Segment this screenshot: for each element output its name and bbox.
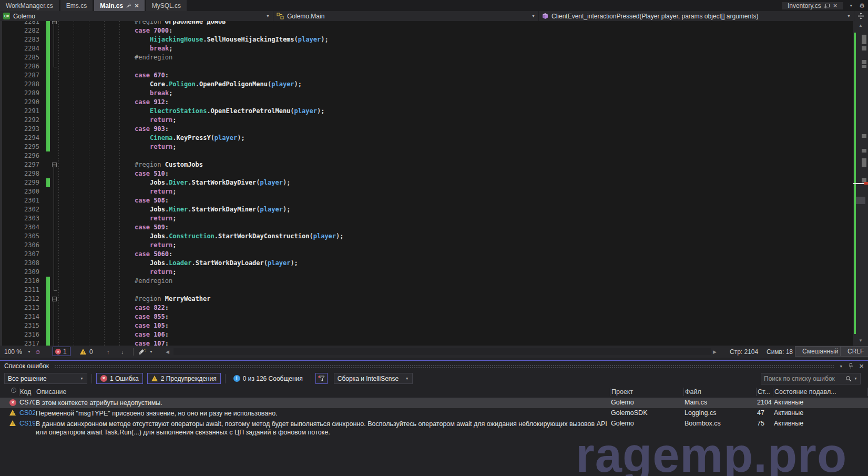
error-code-link[interactable]: CS7014 [19,399,35,406]
code-line[interactable]: 2306return; [0,241,852,250]
collapse-region-icon[interactable] [52,163,57,167]
code-line[interactable]: 2281#region Ограбление домов [0,21,852,26]
drag-grip[interactable] [54,364,834,369]
prev-issue-button[interactable] [107,346,110,358]
warnings-filter-button[interactable]: 2 Предупреждения [147,373,221,384]
panel-title-bar[interactable]: Список ошибок [0,361,868,371]
code-line[interactable]: 2295return; [0,143,852,151]
code-line[interactable]: 2314case 855: [0,312,852,321]
scope-select[interactable]: Все решение [4,373,87,384]
code-line[interactable]: 2292return; [0,116,852,125]
search-options-dropdown-icon[interactable] [854,377,857,380]
close-icon[interactable] [135,2,139,9]
search-icon[interactable] [845,376,852,382]
code-line[interactable]: 2288Core.Poligon.OpenPedPoligonMenu(play… [0,80,852,89]
type-dropdown[interactable]: Golemo.Main [273,11,539,21]
code-line[interactable]: 2303return; [0,214,852,223]
code-line[interactable]: 2294Cinema.KeyPressY(player); [0,134,852,143]
code-line[interactable]: 2284break; [0,44,852,53]
code-line[interactable]: 2286 [0,62,852,71]
code-line[interactable]: 2299Jobs.Diver.StartWorkDayDiver(player)… [0,178,852,187]
code-line[interactable]: 2282case 7000: [0,26,852,35]
zoom-level[interactable]: 100 % [4,346,22,358]
code-line[interactable]: 2287case 670: [0,71,852,80]
hscroll-left-icon[interactable] [166,346,169,358]
warning-count-button[interactable]: 0 [80,346,93,358]
code-line[interactable]: 2316case 106: [0,330,852,339]
severity-column-header[interactable] [0,388,19,396]
description-column-header[interactable]: Описание [35,388,610,396]
code-column-header[interactable]: Код [19,388,35,396]
scrollbar-thumb[interactable] [856,197,865,204]
code-line[interactable]: 2283HijackingHouse.SellHouseHijackingIte… [0,35,852,44]
close-panel-icon[interactable] [859,363,864,369]
code-line[interactable]: 2296 [0,151,852,160]
status-encoding[interactable]: Смешанный [795,346,845,357]
close-icon[interactable] [833,2,838,9]
code-line[interactable]: 2291ElectroStations.OpenElectroPetrolMen… [0,107,852,116]
status-eol[interactable]: CRLF [840,346,868,357]
code-line[interactable]: 2315case 105: [0,321,852,330]
line-column-header[interactable]: Ст... [756,388,773,396]
tab-workmanager[interactable]: WorkManager.cs [0,0,59,11]
code-line[interactable]: 2298case 510: [0,169,852,178]
code-line[interactable]: 2289break; [0,89,852,98]
pin-panel-icon[interactable] [848,363,854,369]
state-column-header[interactable]: Состояние подавл... [773,388,868,396]
feedback-icon[interactable] [35,346,41,358]
error-code-link[interactable]: CS1998 [19,420,35,427]
code-line[interactable]: 2309return; [0,268,852,277]
code-line[interactable]: 2317case 107: [0,339,852,346]
code-editor[interactable]: 2281#region Ограбление домов2282case 700… [0,21,868,346]
error-search-input[interactable] [764,375,843,382]
source-select[interactable]: Сборка и IntelliSense [334,373,413,384]
tab-ems[interactable]: Ems.cs [60,0,93,11]
file-column-header[interactable]: Файл [683,388,756,396]
code-line[interactable]: 2310#endregion [0,277,852,286]
keep-open-icon[interactable] [824,3,830,8]
error-row[interactable]: CS1998В данном асинхронном методе отсутс… [0,419,868,438]
code-line[interactable]: 2297#region CustomJobs [0,160,852,169]
project-dropdown[interactable]: Golemo [0,11,273,21]
grid-header[interactable]: Код Описание Проект Файл Ст... Состояние… [0,386,868,398]
code-line[interactable]: 2302Jobs.Miner.StartWorkDayMiner(player)… [0,205,852,214]
tab-mysql[interactable]: MySQL.cs [146,0,187,11]
code-cleanup-icon[interactable] [138,346,146,358]
code-line[interactable]: 2307case 5060: [0,250,852,259]
split-editor-icon[interactable] [857,13,864,19]
editor-vertical-scrollbar[interactable] [853,21,868,346]
scroll-up-icon[interactable] [853,22,868,29]
cleanup-dropdown-icon[interactable] [149,346,153,358]
pin-icon[interactable] [126,3,131,8]
panel-options-dropdown-icon[interactable] [839,364,843,368]
collapse-region-icon[interactable] [52,21,57,24]
errors-filter-button[interactable]: 1 Ошибка [96,373,143,384]
error-code-link[interactable]: CS0219 [19,409,35,417]
tab-inventory[interactable]: Inventory.cs [782,2,843,9]
settings-gear-icon[interactable] [859,2,865,9]
project-column-header[interactable]: Проект [610,388,683,396]
hscroll-right-icon[interactable] [713,346,717,358]
code-line[interactable]: 2305Jobs.Construction.StartWorkDayConstr… [0,232,852,241]
scroll-down-icon[interactable] [853,337,868,345]
tab-main[interactable]: Main.cs [94,0,145,11]
code-line[interactable]: 2311 [0,286,852,295]
code-line[interactable]: 2290case 912: [0,98,852,107]
code-line[interactable]: 2285#endregion [0,53,852,62]
member-dropdown[interactable]: ClientEvent_interactionPressed(Player pl… [539,11,854,21]
code-line[interactable]: 2312#region MerryWeather [0,295,852,303]
error-row[interactable]: CS7014В этом контексте атрибуты недопуст… [0,398,868,408]
messages-filter-button[interactable]: 0 из 126 Сообщения [230,373,307,384]
code-line[interactable]: 2313case 822: [0,303,852,312]
next-issue-button[interactable] [121,346,124,358]
code-line[interactable]: 2300return; [0,187,852,196]
horizontal-scrollbar[interactable] [173,348,711,355]
filter-button[interactable] [315,373,328,384]
error-count-button[interactable]: 1 [53,347,70,356]
tab-list-dropdown-icon[interactable] [849,4,853,7]
code-line[interactable]: 2301case 508: [0,196,852,205]
code-line[interactable]: 2308Jobs.Loader.StartWorkDayLoader(playe… [0,259,852,268]
collapse-region-icon[interactable] [52,297,57,301]
code-line[interactable]: 2304case 509: [0,223,852,232]
zoom-dropdown-icon[interactable] [27,346,31,358]
